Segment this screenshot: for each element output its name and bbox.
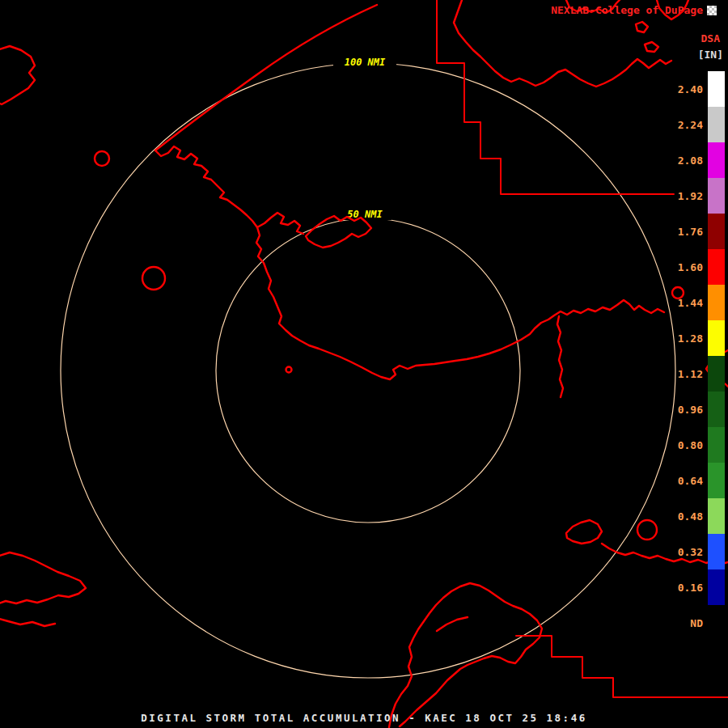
colorbar-row: 1.60: [669, 249, 725, 285]
colorbar-tick-label: 0.80: [669, 439, 703, 451]
colorbar-tick-label: 1.60: [669, 261, 703, 273]
colorbar-swatch: [708, 605, 725, 641]
colorbar-row: 2.08: [669, 142, 725, 178]
colorbar-row: 1.76: [669, 214, 725, 249]
colorbar-swatch: [708, 320, 725, 356]
units-label: [IN]: [698, 49, 723, 61]
footer-title: DIGITAL STORM TOTAL ACCUMULATION - KAEC …: [0, 712, 728, 724]
coastline-paths: [0, 0, 728, 727]
map-svg: 100 NMI 50 NMI: [0, 0, 728, 728]
ring-label-50nmi: 50 NMI: [347, 209, 383, 220]
colorbar-tick-label: 0.48: [669, 510, 703, 523]
colorbar-row: 0.48: [669, 498, 725, 534]
cod-logo-icon: [707, 6, 717, 15]
colorbar-row: 1.92: [669, 178, 725, 214]
colorbar-swatch: [708, 498, 725, 534]
colorbar-swatch: [708, 214, 725, 249]
colorbar-row: 2.40: [669, 71, 725, 107]
colorbar-swatch: [708, 71, 725, 107]
colorbar-swatch: [708, 392, 725, 427]
colorbar-swatch: [708, 285, 725, 320]
colorbar-tick-label: 2.24: [669, 119, 703, 131]
colorbar-tick-label: 0.32: [669, 546, 703, 558]
colorbar-row: 1.44: [669, 285, 725, 320]
product-code-label: DSA: [701, 32, 720, 44]
colorbar-tick-label: 0.16: [669, 582, 703, 594]
colorbar-tick-label: 0.64: [669, 475, 703, 487]
colorbar-swatch: [708, 356, 725, 392]
branding-text: NEXLAB-College of DuPage: [551, 4, 703, 16]
colorbar-swatch: [708, 249, 725, 285]
colorbar-row: 0.96: [669, 392, 725, 427]
colorbar-row: 2.24: [669, 107, 725, 142]
colorbar-tick-label: 1.12: [669, 368, 703, 380]
colorbar-tick-label: 0.96: [669, 404, 703, 416]
radar-display: 100 NMI 50 NMI: [0, 0, 728, 728]
colorbar-tick-label: 1.44: [669, 297, 703, 309]
colorbar-swatch: [708, 569, 725, 605]
colorbar: 2.402.242.081.921.761.601.441.281.120.96…: [669, 71, 725, 641]
colorbar-row: 1.28: [669, 320, 725, 356]
colorbar-row: 1.12: [669, 356, 725, 392]
colorbar-tick-label: 2.08: [669, 154, 703, 167]
branding: NEXLAB-College of DuPage: [551, 4, 717, 16]
colorbar-row: 0.16: [669, 569, 725, 605]
colorbar-row: 0.32: [669, 534, 725, 569]
colorbar-tick-label: 2.40: [669, 83, 703, 95]
colorbar-row: 0.80: [669, 427, 725, 463]
colorbar-row: ND: [669, 605, 725, 641]
colorbar-tick-label: 1.76: [669, 226, 703, 238]
colorbar-swatch: [708, 427, 725, 463]
colorbar-swatch: [708, 463, 725, 498]
colorbar-swatch: [708, 107, 725, 142]
colorbar-swatch: [708, 142, 725, 178]
colorbar-tick-label: 1.92: [669, 190, 703, 202]
colorbar-swatch: [708, 178, 725, 214]
colorbar-tick-label: 1.28: [669, 332, 703, 345]
ring-label-100nmi: 100 NMI: [345, 57, 386, 68]
colorbar-row: 0.64: [669, 463, 725, 498]
colorbar-swatch: [708, 534, 725, 569]
colorbar-tick-label: ND: [669, 617, 703, 629]
